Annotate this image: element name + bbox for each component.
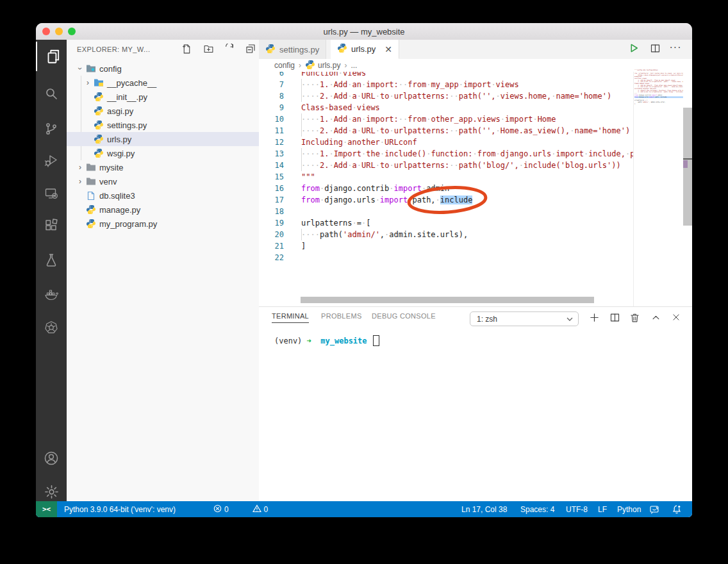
- line-number: 6: [259, 72, 284, 79]
- code-line-22[interactable]: 22: [259, 252, 633, 263]
- code-line-6[interactable]: 6Function·views: [259, 72, 633, 79]
- python-interpreter-status[interactable]: Python 3.9.0 64-bit ('venv': venv): [64, 501, 176, 517]
- status-encoding[interactable]: UTF-8: [566, 501, 588, 517]
- notifications-bell-icon[interactable]: [672, 501, 682, 517]
- code-line-20[interactable]: 20····path('admin/',·admin.site.urls),: [259, 229, 633, 240]
- activity-bar-explorer[interactable]: [36, 42, 68, 71]
- line-number: 8: [259, 90, 284, 102]
- code-line-13[interactable]: 13····1.·Import·the·include()·function:·…: [259, 148, 633, 160]
- status-cursor-position[interactable]: Ln 17, Col 38: [461, 501, 507, 517]
- terminal-prompt-arrow: ➜: [307, 336, 311, 345]
- activity-bar-accounts[interactable]: [36, 444, 67, 473]
- vscode-window: urls.py — my_website EXPLORER: MY_W... ·…: [36, 23, 692, 517]
- activity-bar-run-and-debug[interactable]: [36, 145, 67, 175]
- horizontal-scrollbar[interactable]: [301, 297, 594, 303]
- warning-icon: [234, 496, 261, 517]
- new-folder-button[interactable]: [201, 43, 215, 57]
- code-line-19[interactable]: 19urlpatterns·=·[: [259, 217, 633, 229]
- tree-item-settings-py[interactable]: settings.py: [67, 118, 259, 132]
- code-line-11[interactable]: 11····2.·Add·a·URL·to·urlpatterns:··path…: [259, 125, 633, 137]
- status-language-mode[interactable]: Python: [617, 501, 641, 517]
- breadcrumb-item[interactable]: urls.py: [318, 61, 340, 70]
- tree-item-my-program-py[interactable]: my_program.py: [67, 217, 259, 231]
- tree-item-manage-py[interactable]: manage.py: [67, 203, 259, 217]
- run-python-file-button[interactable]: [625, 41, 642, 58]
- code-editor[interactable]: 6Function·views7····1.·Add·an·import:··f…: [259, 72, 633, 306]
- tree-item-config[interactable]: ›config: [67, 62, 259, 76]
- tab-settings-py[interactable]: settings.py: [259, 40, 326, 59]
- folder-python-icon: [93, 78, 104, 88]
- gear-icon: [44, 484, 60, 500]
- code-line-17[interactable]: 17from·django.urls·import·path,·include: [259, 194, 633, 206]
- breadcrumb[interactable]: config›urls.py›...: [259, 59, 692, 72]
- feedback-icon[interactable]: [649, 501, 659, 517]
- kill-terminal-button[interactable]: [626, 310, 643, 327]
- title-bar[interactable]: urls.py — my_website: [36, 23, 692, 40]
- split-terminal-button[interactable]: [606, 310, 623, 327]
- python-icon: [85, 204, 96, 215]
- tree-item-venv[interactable]: ›venv: [67, 174, 259, 188]
- activity-bar-testing[interactable]: [36, 245, 67, 275]
- folder-icon: [85, 176, 96, 187]
- code-line-18[interactable]: 18: [259, 206, 633, 217]
- activity-bar-docker[interactable]: [36, 279, 67, 309]
- tree-item--pycache-[interactable]: ›__pycache__: [67, 76, 259, 90]
- debug-icon: [44, 153, 59, 168]
- window-title: urls.py — my_website: [36, 27, 692, 37]
- terminal-venv-prefix: (venv): [274, 336, 302, 345]
- tree-item-label: config: [99, 64, 122, 74]
- refresh-explorer-button[interactable]: [222, 43, 236, 57]
- breadcrumb-item[interactable]: config: [274, 61, 295, 70]
- close-panel-button[interactable]: [668, 310, 684, 327]
- panel-tab-problems[interactable]: PROBLEMS: [321, 312, 362, 322]
- code-line-9[interactable]: 9Class-based·views: [259, 102, 633, 113]
- status-eol[interactable]: LF: [598, 501, 607, 517]
- maximize-panel-button[interactable]: [647, 310, 664, 327]
- remote-icon: [44, 186, 59, 201]
- tree-item-mysite[interactable]: ›mysite: [67, 160, 259, 174]
- close-tab-icon[interactable]: ✕: [385, 44, 392, 54]
- tree-item-asgi-py[interactable]: asgi.py: [67, 104, 259, 118]
- activity-bar-remote-explorer[interactable]: [36, 179, 67, 208]
- code-line-8[interactable]: 8····2.·Add·a·URL·to·urlpatterns:··path(…: [259, 90, 633, 102]
- code-line-12[interactable]: 12Including·another·URLconf: [259, 137, 633, 148]
- collapse-folders-button[interactable]: [244, 43, 258, 57]
- tree-item-label: db.sqlite3: [99, 191, 135, 201]
- minimap[interactable]: """config URL Configuration The `urlpatt…: [634, 69, 683, 159]
- error-count: 0: [224, 505, 229, 514]
- panel-tab-debug-console[interactable]: DEBUG CONSOLE: [372, 312, 436, 322]
- line-number: 12: [259, 137, 284, 148]
- tab-label: settings.py: [279, 45, 319, 54]
- terminal-shell-select[interactable]: 1: zsh: [470, 311, 579, 326]
- activity-bar-source-control[interactable]: [36, 114, 67, 144]
- panel-tab-terminal[interactable]: TERMINAL: [272, 312, 309, 323]
- chevron-up-icon: [651, 313, 661, 325]
- new-file-icon: [181, 44, 192, 57]
- activity-bar-kubernetes[interactable]: [36, 313, 67, 342]
- tree-item--init-py[interactable]: __init__.py: [67, 90, 259, 104]
- activity-bar-extensions[interactable]: [36, 211, 67, 240]
- tab-urls-py[interactable]: urls.py✕: [331, 40, 399, 59]
- more-actions-button[interactable]: ···: [667, 41, 684, 58]
- tree-item-urls-py[interactable]: urls.py: [67, 132, 259, 146]
- code-line-14[interactable]: 14····2.·Add·a·URL·to·urlpatterns:··path…: [259, 160, 633, 171]
- line-number: 7: [259, 79, 284, 90]
- activity-bar-search[interactable]: [36, 79, 67, 108]
- code-line-7[interactable]: 7····1.·Add·an·import:··from·my_app·impo…: [259, 79, 633, 90]
- line-number: 22: [259, 252, 284, 263]
- tree-item-wsgi-py[interactable]: wsgi.py: [67, 146, 259, 160]
- status-indentation[interactable]: Spaces: 4: [520, 501, 554, 517]
- problems-status[interactable]: 0 0: [195, 501, 268, 517]
- split-editor-button[interactable]: [647, 41, 663, 58]
- breadcrumb-item[interactable]: ...: [351, 61, 357, 70]
- code-line-21[interactable]: 21]: [259, 240, 633, 252]
- remote-indicator[interactable]: ><: [36, 501, 57, 517]
- tree-item-db-sqlite3[interactable]: db.sqlite3: [67, 188, 259, 203]
- terminal-viewport[interactable]: (venv) ➜ my_website: [274, 335, 379, 346]
- code-line-10[interactable]: 10····1.·Add·an·import:··from·other_app.…: [259, 113, 633, 125]
- overview-ruler-cursor-mark: [683, 158, 692, 160]
- code-line-16[interactable]: 16from·django.contrib·import·admin: [259, 183, 633, 194]
- new-file-button[interactable]: [179, 43, 194, 57]
- new-terminal-button[interactable]: [586, 310, 602, 327]
- code-line-15[interactable]: 15""": [259, 171, 633, 183]
